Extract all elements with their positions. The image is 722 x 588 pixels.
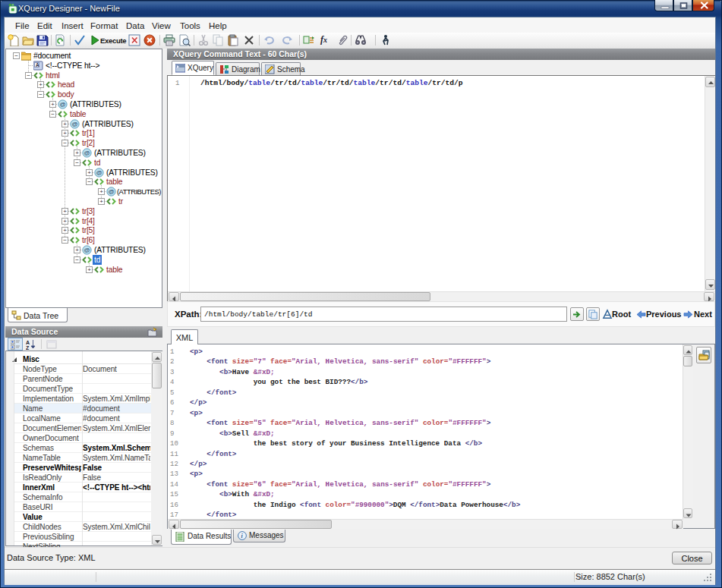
svg-text:A: A — [26, 340, 30, 345]
svg-text:A: A — [36, 62, 39, 68]
svg-text:@: @ — [84, 247, 90, 253]
svg-text:@: @ — [60, 101, 66, 108]
svg-text:@: @ — [72, 121, 78, 127]
svg-text:@: @ — [109, 188, 115, 195]
svg-text:@: @ — [84, 149, 90, 156]
svg-text:Z: Z — [26, 345, 30, 351]
svg-text:@: @ — [96, 169, 102, 176]
